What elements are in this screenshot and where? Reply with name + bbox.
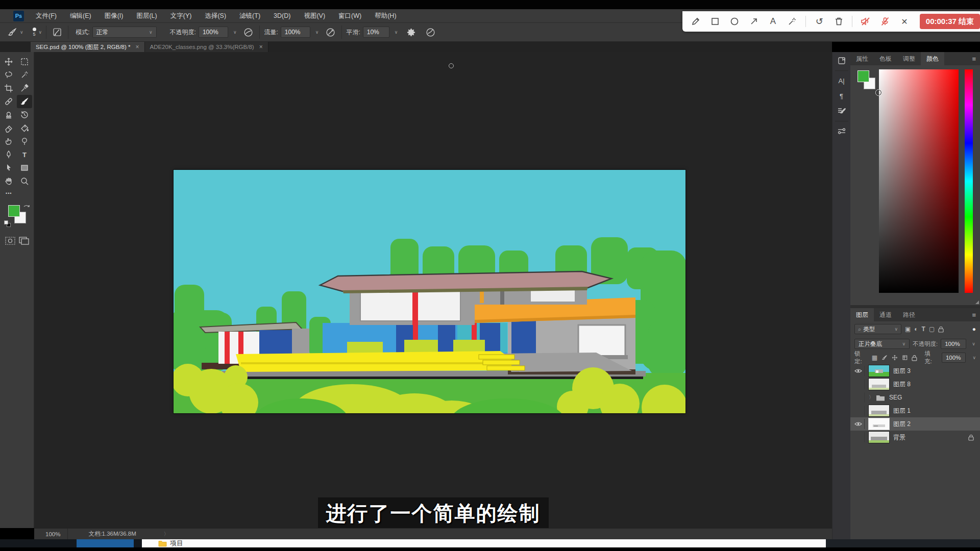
screen-mode-icon[interactable] [19,237,29,245]
pressure-size-button[interactable] [424,27,437,38]
pen-tool[interactable] [1,148,16,161]
close-icon[interactable]: × [259,43,263,51]
filter-pixel-layers-icon[interactable]: ▣ [905,325,911,333]
speaker-muted-button[interactable] [859,14,873,29]
character-panel-button[interactable]: A| [834,74,849,87]
clone-stamp-tool[interactable] [1,108,16,121]
chevron-down-icon[interactable]: ∨ [972,341,975,346]
chevron-down-icon[interactable]: ∨ [395,30,398,35]
menu-image[interactable]: 图像(I) [98,9,130,22]
brush-settings-panel-button[interactable] [834,105,849,118]
marquee-tool[interactable] [17,55,32,68]
tab-channels[interactable]: 通道 [874,308,897,321]
smudge-tool[interactable] [1,135,16,148]
swap-colors-icon[interactable] [22,204,31,211]
annotate-rectangle-button[interactable] [708,14,722,29]
annotate-ellipse-button[interactable] [727,14,742,29]
smoothing-input[interactable]: 10% [363,27,389,38]
menu-window[interactable]: 窗口(W) [332,9,368,22]
canvas-workspace[interactable]: 进行了一个简单的绘制 [34,52,832,528]
panel-menu-icon[interactable]: ≡ [972,311,976,319]
visibility-toggle[interactable] [852,419,865,429]
layer-row-background[interactable]: 背景 [850,431,980,444]
menu-edit[interactable]: 编辑(E) [63,9,98,22]
edit-toolbar-button[interactable]: ••• [1,188,33,199]
tab-properties[interactable]: 属性 [850,52,874,65]
saturation-brightness-field[interactable] [879,69,959,293]
tab-layers[interactable]: 图层 [850,308,874,321]
history-brush-tool[interactable] [17,108,32,121]
document-tab-seg[interactable]: SEG.psd @ 100% (图层 2, RGB/8) * × [31,42,145,52]
layer-fill-input[interactable]: 100% [942,353,966,363]
brush-tool[interactable] [17,95,32,108]
recording-timer-end-button[interactable]: 00:00:37 结束 [920,14,980,29]
eyedropper-tool[interactable] [17,82,32,95]
blend-mode-select[interactable]: 正常 ∨ [92,27,157,38]
layer-thumbnail[interactable] [869,365,889,377]
zoom-tool[interactable] [17,174,32,188]
menu-view[interactable]: 视图(V) [297,9,332,22]
document-tab-ade20k[interactable]: ADE20K_classes.png @ 33.3%(RGB/8) × [145,42,268,52]
annotate-highlight-button[interactable] [785,14,799,29]
annotate-arrow-button[interactable] [747,14,761,29]
toggle-brush-panel-button[interactable] [51,27,64,38]
dodge-tool[interactable] [17,135,32,148]
layer-thumbnail[interactable] [869,405,889,416]
lock-all-icon[interactable] [912,355,917,361]
layer-group-row[interactable]: 〉 SEG [850,391,980,404]
menu-file[interactable]: 文件(F) [29,9,63,22]
tab-color[interactable]: 颜色 [921,52,944,65]
lock-transparency-icon[interactable]: ▦ [872,354,877,361]
eraser-tool[interactable] [1,121,16,135]
annotate-text-button[interactable]: A [766,14,780,29]
chevron-down-icon[interactable]: ∨ [39,30,42,35]
filter-smart-objects-icon[interactable] [938,326,944,333]
brush-size-preview[interactable]: 5 [33,28,36,37]
tab-adjustments[interactable]: 调整 [897,52,921,65]
visibility-toggle[interactable] [852,432,865,442]
foreground-color-swatch[interactable] [857,70,869,82]
menu-help[interactable]: 帮助(H) [368,9,403,22]
zoom-level-field[interactable]: 100% [34,529,68,539]
annotate-pencil-button[interactable] [689,14,703,29]
layer-row[interactable]: 图层 1 [850,404,980,417]
healing-brush-tool[interactable] [1,95,16,108]
panel-menu-icon[interactable]: ≡ [972,55,976,63]
menu-select[interactable]: 选择(S) [198,9,233,22]
visibility-toggle[interactable] [852,406,865,416]
libraries-panel-button[interactable] [834,54,849,67]
path-selection-tool[interactable] [1,161,16,174]
visibility-toggle[interactable] [852,392,865,403]
layer-row-selected[interactable]: 图层 2 [850,417,980,431]
undo-button[interactable]: ↺ [812,14,826,29]
microphone-muted-button[interactable] [878,14,892,29]
layer-thumbnail[interactable] [869,418,889,430]
group-collapse-arrow[interactable]: 〉 [869,394,874,401]
color-cursor[interactable] [876,90,881,95]
tool-preset-picker[interactable]: ∨ [5,26,26,38]
layer-thumbnail[interactable] [869,379,889,390]
menu-filter[interactable]: 滤镜(T) [233,9,267,22]
filter-type-layers-icon[interactable]: T [922,325,925,333]
layer-blend-mode-select[interactable]: 正片叠底 ∨ [854,339,910,349]
brushes-panel-button[interactable] [834,124,849,138]
flow-input[interactable]: 100% [281,27,310,38]
quick-mask-icon[interactable] [5,237,15,245]
lasso-tool[interactable] [1,68,16,82]
status-chevron-icon[interactable]: 〉 [164,531,169,538]
stop-recorder-button[interactable]: ✕ [897,14,912,29]
tab-swatches[interactable]: 色板 [874,52,897,65]
hand-tool[interactable] [1,174,16,188]
smoothing-options-button[interactable] [405,27,418,38]
layer-filter-toggle[interactable]: ● [972,325,976,333]
opacity-input[interactable]: 100% [199,27,228,38]
menu-type[interactable]: 文字(Y) [164,9,199,22]
crop-tool[interactable] [1,82,16,95]
menu-3d[interactable]: 3D(D) [267,9,297,22]
panel-resize-grip[interactable] [975,300,979,304]
default-colors-icon[interactable] [4,220,11,227]
filter-shape-layers-icon[interactable]: ▢ [929,325,935,333]
paragraph-panel-button[interactable]: ¶ [834,89,849,103]
layer-row[interactable]: 图层 3 [850,364,980,378]
lock-pixels-icon[interactable] [881,355,888,361]
